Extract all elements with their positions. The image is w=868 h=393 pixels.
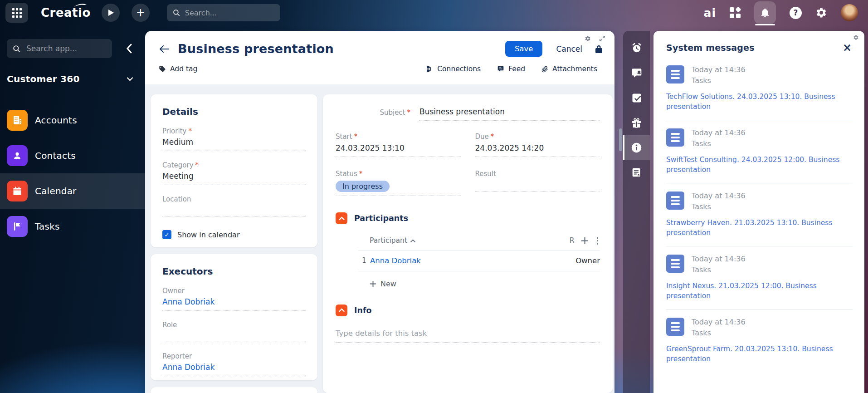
record-body: Details Priority* Medium Category* Meeti… (145, 84, 614, 393)
tab-tasks[interactable] (623, 85, 650, 110)
message-item: Today at 14:36 Tasks GreenSprout Farm. 2… (666, 309, 853, 364)
message-source: Tasks (692, 329, 746, 337)
task-message-icon (666, 65, 684, 84)
app-search-input[interactable]: Search app... (7, 39, 112, 58)
add-tag-label: Add tag (170, 65, 197, 73)
add-tag-button[interactable]: Add tag (159, 65, 197, 73)
notifications-button[interactable] (754, 1, 776, 24)
subject-field[interactable]: Business presentation (419, 107, 600, 121)
tab-notifications-feed[interactable] (623, 60, 650, 85)
feed-document-icon (631, 167, 642, 178)
collapse-section-button[interactable] (336, 212, 347, 224)
sidebar-item-calendar[interactable]: Calendar (0, 173, 145, 209)
location-label: Location (162, 195, 306, 203)
lock-icon[interactable] (595, 44, 603, 54)
required-marker: * (359, 170, 363, 178)
sidebar-item-tasks[interactable]: Tasks (0, 209, 145, 244)
panel-settings-gear-icon[interactable] (853, 34, 859, 40)
quick-add-button[interactable] (132, 4, 150, 22)
message-source: Tasks (692, 265, 746, 274)
panel-title: System messages (666, 43, 755, 53)
run-process-button[interactable] (102, 4, 120, 22)
sidebar-item-accounts[interactable]: Accounts (0, 103, 145, 138)
close-icon[interactable] (843, 43, 852, 52)
sidebar-collapse-button[interactable] (126, 44, 132, 54)
message-link[interactable]: Strawberry Haven. 21.03.2025 13:10. Busi… (666, 218, 853, 238)
task-form-card: Subject* Business presentation Start* 24… (323, 94, 613, 393)
participant-row[interactable]: 1 Anna Dobriak Owner (358, 251, 600, 271)
attachments-button[interactable]: Attachments (541, 65, 597, 73)
right-panel-tabs (623, 31, 650, 393)
owner-field[interactable]: Anna Dobriak (162, 297, 306, 311)
category-label: Category* (162, 161, 306, 169)
start-field[interactable]: 24.03.2025 13:10 (336, 143, 461, 157)
settings-gear-icon[interactable] (815, 7, 827, 19)
next-card-partial (151, 387, 317, 393)
category-field[interactable]: Meeting (162, 172, 306, 185)
connections-icon (426, 65, 433, 73)
page-settings-gear-icon[interactable] (585, 35, 591, 42)
workspace-selector[interactable]: Customer 360 (7, 74, 138, 84)
details-title: Details (162, 106, 306, 117)
gift-icon (631, 117, 642, 128)
sidebar-item-contacts[interactable]: Contacts (0, 138, 145, 173)
reporter-field[interactable]: Anna Dobriak (162, 363, 306, 376)
owner-label: Owner (162, 287, 306, 295)
participant-column-header[interactable]: Participant (370, 236, 415, 245)
screen: Creatio Search... ai (0, 0, 868, 393)
workspaces-icon[interactable] (730, 7, 741, 18)
save-button[interactable]: Save (505, 41, 543, 57)
sidebar-item-label: Tasks (35, 221, 60, 232)
sidebar-nav: Accounts Contacts Calendar Tasks (0, 103, 145, 244)
message-bell-icon (631, 67, 643, 79)
sidebar-item-label: Calendar (35, 186, 77, 196)
back-button[interactable] (159, 44, 170, 54)
plus-icon (370, 280, 376, 287)
cancel-button[interactable]: Cancel (556, 44, 582, 54)
message-link[interactable]: SwiftTest Consulting. 24.03.2025 12:00. … (666, 155, 853, 175)
due-field[interactable]: 24.03.2025 14:20 (475, 143, 600, 157)
tab-process-log[interactable] (623, 160, 650, 185)
message-item: Today at 14:36 Tasks SwiftTest Consultin… (666, 120, 853, 183)
copilot-button[interactable]: ai (704, 7, 716, 19)
message-link[interactable]: TechFlow Solutions. 24.03.2025 13:10. Bu… (666, 92, 853, 112)
required-marker: * (407, 108, 411, 117)
tab-whats-new[interactable] (623, 110, 650, 135)
result-field[interactable] (475, 181, 600, 192)
global-search-input[interactable]: Search... (167, 4, 280, 21)
creatio-logo[interactable]: Creatio (41, 6, 91, 20)
connections-label: Connections (437, 65, 481, 73)
message-link[interactable]: Insight Nexus. 21.03.2025 12:00. Busines… (666, 281, 853, 301)
add-participant-button[interactable] (581, 237, 589, 245)
feed-button[interactable]: Feed (497, 65, 525, 73)
participant-link[interactable]: Anna Dobriak (370, 256, 421, 265)
page-title: Business presentation (178, 42, 334, 56)
table-menu-kebab-icon[interactable] (595, 236, 600, 246)
tab-reminders[interactable] (623, 35, 650, 60)
help-button[interactable] (790, 7, 802, 19)
location-field[interactable] (162, 206, 306, 216)
info-section-header: Info (336, 305, 600, 316)
collapse-section-button[interactable] (336, 305, 347, 316)
sidebar-item-label: Contacts (35, 150, 76, 161)
participants-section-header: Participants (336, 212, 600, 224)
tab-system-messages[interactable] (623, 135, 650, 160)
user-avatar[interactable] (841, 4, 858, 21)
expand-icon[interactable] (599, 35, 605, 42)
message-link[interactable]: GreenSprout Farm. 20.03.2025 13:10. Busi… (666, 344, 853, 364)
topbar: Creatio Search... ai (0, 0, 868, 25)
play-icon (108, 10, 114, 16)
app-launcher-button[interactable] (5, 3, 28, 23)
task-details-input[interactable]: Type details for this task (336, 329, 600, 343)
scrollbar-thumb[interactable] (619, 128, 622, 151)
accounts-icon (7, 110, 28, 131)
show-in-calendar-checkbox[interactable]: Show in calendar (162, 230, 306, 239)
connections-button[interactable]: Connections (426, 65, 481, 73)
role-field[interactable] (162, 331, 306, 342)
calendar-icon (7, 181, 28, 201)
status-field[interactable]: In progress (336, 181, 461, 196)
required-marker: * (188, 127, 192, 135)
status-badge: In progress (336, 181, 390, 192)
new-participant-button[interactable]: New (370, 280, 600, 288)
priority-field[interactable]: Medium (162, 138, 306, 151)
